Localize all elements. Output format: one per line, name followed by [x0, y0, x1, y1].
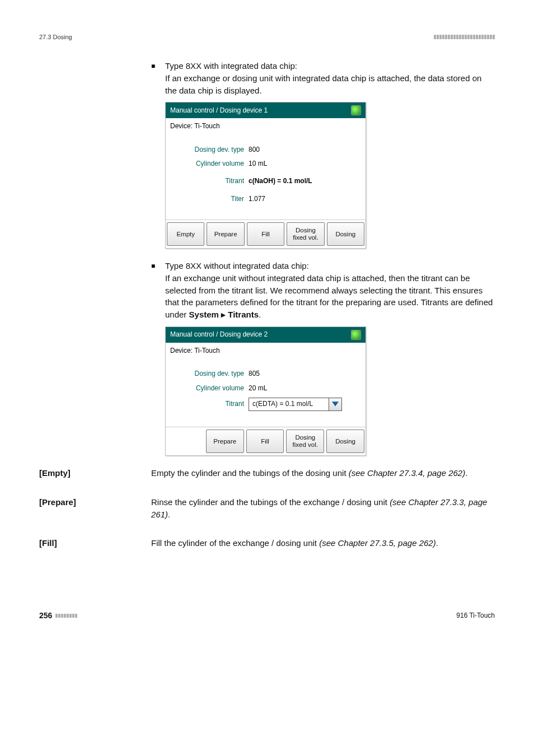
- empty-button[interactable]: Empty: [167, 222, 204, 246]
- dosing-fixed-vol-button[interactable]: Dosing fixed vol.: [286, 430, 324, 453]
- shot2-cyl-label: Cylinder volume: [171, 384, 249, 393]
- shot2-title: Manual control / Dosing device 2: [170, 330, 268, 339]
- header-bars: [434, 35, 495, 39]
- shot2-dev-val: 805: [249, 369, 260, 379]
- shot1-titrant-val: c(NaOH) = 0.1 mol/L: [249, 176, 312, 186]
- def-fill-term: [Fill]: [39, 537, 151, 549]
- status-lamp-icon: [351, 105, 361, 115]
- def-prepare-desc: Rinse the cylinder and the tubings of th…: [151, 496, 495, 521]
- titrant-dropdown[interactable]: c(EDTA) = 0.1 mol/L: [249, 398, 342, 411]
- bullet2-text-c: .: [259, 310, 261, 319]
- bullet-icon: ■: [151, 260, 165, 321]
- shot1-titer-label: Titer: [171, 194, 249, 204]
- fill-button[interactable]: Fill: [247, 222, 284, 246]
- prepare-button[interactable]: Prepare: [206, 430, 244, 453]
- shot2-cyl-val: 20 mL: [249, 384, 267, 393]
- titrant-dropdown-value: c(EDTA) = 0.1 mol/L: [249, 399, 329, 409]
- shot1-device: Device: Ti-Touch: [166, 118, 366, 132]
- shot1-dev-val: 800: [249, 145, 260, 155]
- page-number: 256: [39, 611, 52, 620]
- dosing-fixed-vol-button[interactable]: Dosing fixed vol.: [287, 222, 324, 246]
- shot1-cyl-label: Cylinder volume: [171, 159, 249, 169]
- shot1-titer-val: 1.077: [249, 194, 265, 204]
- footer-bars: [55, 614, 77, 618]
- bullet2-title: Type 8XX without integrated data chip:: [165, 261, 309, 270]
- shot2-device: Device: Ti-Touch: [166, 343, 366, 357]
- screenshot-dosing-device-1: Manual control / Dosing device 1 Device:…: [165, 102, 366, 249]
- shot1-title: Manual control / Dosing device 1: [170, 106, 268, 115]
- bullet1-text: If an exchange or dosing unit with integ…: [165, 73, 481, 95]
- dosing-button[interactable]: Dosing: [326, 430, 364, 453]
- shot2-titrant-label: Titrant: [171, 399, 249, 409]
- shot1-cyl-val: 10 mL: [249, 159, 267, 169]
- shot1-titrant-label: Titrant: [171, 176, 249, 186]
- shot2-dev-label: Dosing dev. type: [171, 369, 249, 379]
- def-prepare-term: [Prepare]: [39, 496, 151, 521]
- bullet-icon: ■: [151, 60, 165, 96]
- def-fill-desc: Fill the cylinder of the exchange / dosi…: [151, 537, 495, 549]
- def-empty-term: [Empty]: [39, 467, 151, 479]
- svg-marker-0: [332, 402, 339, 406]
- footer-product: 916 Ti-Touch: [456, 612, 495, 619]
- fill-button[interactable]: Fill: [246, 430, 284, 453]
- empty-slot: [167, 430, 204, 453]
- shot1-dev-label: Dosing dev. type: [171, 145, 249, 155]
- dosing-button[interactable]: Dosing: [327, 222, 364, 246]
- bullet2-text-bold: System ▸ Titrants: [189, 310, 259, 319]
- bullet1-title: Type 8XX with integrated data chip:: [165, 61, 297, 71]
- status-lamp-icon: [351, 330, 361, 340]
- screenshot-dosing-device-2: Manual control / Dosing device 2 Device:…: [165, 326, 366, 456]
- prepare-button[interactable]: Prepare: [207, 222, 244, 246]
- chevron-down-icon[interactable]: [329, 398, 341, 410]
- def-empty-desc: Empty the cylinder and the tubings of th…: [151, 467, 495, 479]
- section-header: 27.3 Dosing: [39, 34, 72, 40]
